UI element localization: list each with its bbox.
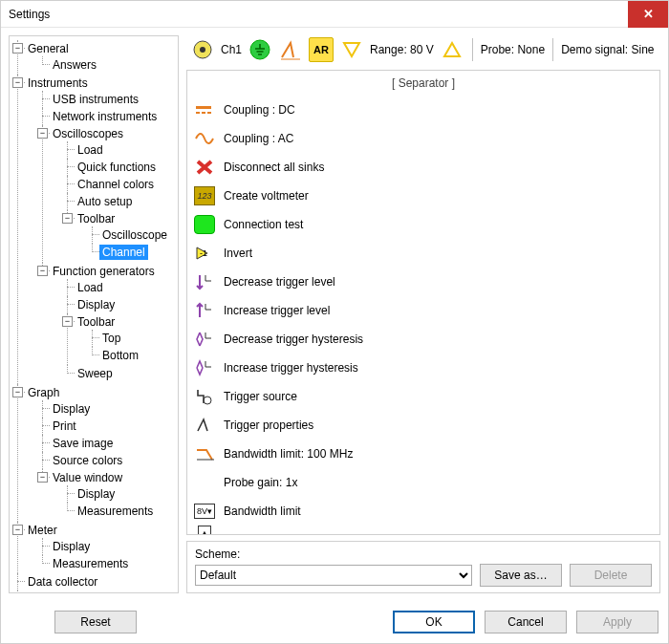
tree-item[interactable]: Network instruments xyxy=(50,109,160,124)
scheme-select[interactable]: Default xyxy=(195,565,472,586)
channel-toolbar: Ch1 AR Range: 80 V Probe: None Dem xyxy=(186,35,660,64)
scheme-label: Scheme: xyxy=(195,547,652,561)
list-item[interactable]: -1Invert xyxy=(187,239,659,268)
scheme-panel: Scheme: Default Save as… Delete xyxy=(186,541,660,593)
tree-item[interactable]: Measurements xyxy=(50,556,131,571)
list-item[interactable]: Probe gain: 1x xyxy=(187,468,659,497)
tp-icon xyxy=(193,415,216,436)
svg-rect-6 xyxy=(207,112,211,114)
tree-item[interactable]: Load xyxy=(75,280,106,295)
bwl-icon xyxy=(193,443,216,464)
ok-button[interactable]: OK xyxy=(393,611,475,633)
tree-item[interactable]: Channel xyxy=(99,245,148,260)
tree-item[interactable]: Display xyxy=(75,486,118,502)
demo-signal-label[interactable]: Demo signal: Sine xyxy=(561,43,654,56)
tree-toggle[interactable]: − xyxy=(12,43,23,54)
record-icon[interactable] xyxy=(190,37,215,62)
tree-item[interactable]: Graph xyxy=(25,385,62,400)
list-item-label: Trigger properties xyxy=(224,419,313,432)
tree-item[interactable]: Display xyxy=(75,297,118,312)
tree-item[interactable]: Meter xyxy=(25,523,60,538)
tree-item[interactable]: Value window xyxy=(50,470,125,485)
list-item[interactable]: Trigger source xyxy=(187,382,659,411)
list-item[interactable]: Coupling : AC xyxy=(187,124,659,153)
up-triangle-icon[interactable] xyxy=(440,37,464,62)
list-item[interactable]: Increase trigger hysteresis xyxy=(187,354,659,382)
titlebar: Settings ✕ xyxy=(1,1,668,28)
tree-item[interactable]: Answers xyxy=(50,57,99,73)
list-item[interactable]: Coupling : DC xyxy=(187,96,659,124)
list-item[interactable]: Disconnect all sinks xyxy=(187,153,659,182)
svg-rect-4 xyxy=(196,112,200,114)
tree-item[interactable]: Channel colors xyxy=(75,177,157,192)
tree-toggle[interactable]: − xyxy=(37,472,48,483)
tree-item[interactable]: Toolbar xyxy=(75,314,118,330)
tree-item[interactable]: Display xyxy=(50,539,93,554)
toolbar-items-list[interactable]: [ Separator ]Coupling : DCCoupling : ACD… xyxy=(186,70,660,535)
tree-toggle[interactable]: − xyxy=(62,316,73,327)
list-item[interactable]: Increase trigger level xyxy=(187,296,659,325)
svg-text:-1: -1 xyxy=(200,248,207,258)
dc-icon xyxy=(193,99,216,120)
autorange-icon[interactable]: AR xyxy=(309,37,334,62)
tree-item[interactable]: Quick functions xyxy=(75,160,159,175)
tree-toggle[interactable]: − xyxy=(12,525,23,535)
tree-item[interactable]: Measurements xyxy=(75,504,156,519)
tree-toggle[interactable]: − xyxy=(62,213,73,224)
ts-icon xyxy=(193,386,216,407)
list-item-label: Decrease trigger level xyxy=(224,275,335,289)
list-item-label: Invert xyxy=(224,247,252,260)
bv-icon: 8V▾ xyxy=(193,501,216,522)
tree-item[interactable]: Load xyxy=(75,142,106,158)
range-label[interactable]: Range: 80 V xyxy=(370,43,434,56)
list-item[interactable]: ▲▼Bandwidth limit xyxy=(187,526,659,535)
save-as-button[interactable]: Save as… xyxy=(480,564,562,587)
tree-toggle[interactable]: − xyxy=(12,77,23,88)
ith-icon xyxy=(193,357,216,378)
tree-item[interactable]: Top xyxy=(99,331,123,346)
slope-icon[interactable] xyxy=(278,37,303,62)
tree-toggle[interactable]: − xyxy=(37,128,48,139)
tree-item[interactable]: Bottom xyxy=(99,348,141,363)
tree-item[interactable]: Auto setup xyxy=(75,194,135,209)
list-item[interactable]: Decrease trigger hysteresis xyxy=(187,325,659,354)
probe-label[interactable]: Probe: None xyxy=(481,43,545,56)
cancel-button[interactable]: Cancel xyxy=(485,611,567,633)
list-item[interactable]: Connection test xyxy=(187,210,659,239)
list-item-label: Coupling : DC xyxy=(224,103,295,117)
down-triangle-icon[interactable] xyxy=(339,37,364,62)
list-item[interactable]: Trigger properties xyxy=(187,411,659,440)
tree-item[interactable]: Toolbar xyxy=(75,211,118,226)
list-separator[interactable]: [ Separator ] xyxy=(187,71,659,96)
ac-icon xyxy=(193,128,216,149)
tree-item[interactable]: Instruments xyxy=(25,75,91,91)
tree-item[interactable]: Data collector xyxy=(25,574,100,590)
settings-window: { "window": { "title": "Settings" }, "tr… xyxy=(0,0,669,644)
channel-label[interactable]: Ch1 xyxy=(221,43,242,56)
tree-pane[interactable]: −GeneralAnswers−InstrumentsUSB instrumen… xyxy=(9,35,179,593)
reset-button[interactable]: Reset xyxy=(54,611,137,633)
tree-item[interactable]: Updates xyxy=(25,591,74,593)
list-item[interactable]: 8V▾Bandwidth limit xyxy=(187,497,659,526)
tree-item[interactable]: Function generators xyxy=(50,264,158,279)
tree-item[interactable]: Source colors xyxy=(50,453,125,468)
svg-point-8 xyxy=(204,397,211,404)
close-button[interactable]: ✕ xyxy=(628,1,668,28)
x-icon xyxy=(193,157,216,178)
apply-button: Apply xyxy=(576,611,658,633)
list-item[interactable]: Bandwidth limit: 100 MHz xyxy=(187,440,659,468)
tree-item[interactable]: Print xyxy=(50,419,79,434)
tree-toggle[interactable]: − xyxy=(37,266,48,276)
tree-item[interactable]: Oscilloscope xyxy=(99,227,170,243)
tree-item[interactable]: Oscilloscopes xyxy=(50,126,126,141)
tree-item[interactable]: Display xyxy=(50,401,93,417)
tree-item[interactable]: USB instruments xyxy=(50,92,141,107)
list-item-label: Decrease trigger hysteresis xyxy=(224,333,363,346)
tree-toggle[interactable]: − xyxy=(12,387,23,397)
ground-icon[interactable] xyxy=(248,37,272,62)
list-item[interactable]: Decrease trigger level xyxy=(187,268,659,296)
tree-item[interactable]: General xyxy=(25,41,72,56)
tree-item[interactable]: Sweep xyxy=(75,366,116,381)
list-item[interactable]: 123Create voltmeter xyxy=(187,182,659,210)
tree-item[interactable]: Save image xyxy=(50,436,116,451)
